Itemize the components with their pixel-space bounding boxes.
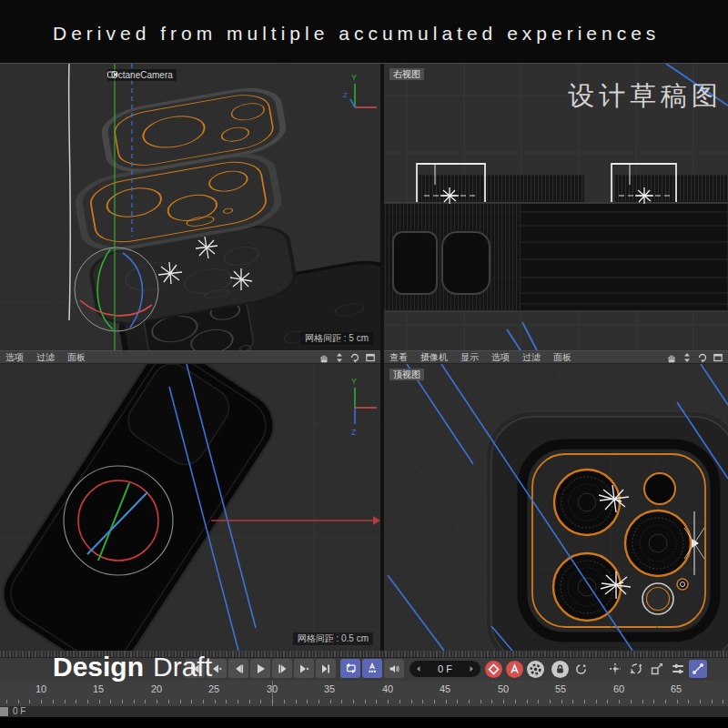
previous-key-button[interactable] xyxy=(207,659,227,678)
zoom-view-icon[interactable] xyxy=(681,351,693,363)
microphone-hole xyxy=(677,579,688,590)
menu-item[interactable]: 过滤 xyxy=(36,351,55,364)
camera-icon xyxy=(107,69,118,80)
point-level-animation-button[interactable] xyxy=(689,660,707,678)
viewport-name-badge: 顶视图 xyxy=(389,369,424,380)
ruler-number: 40 xyxy=(382,683,393,694)
camera-module xyxy=(522,444,715,637)
watermark-text: 设计草稿图 xyxy=(568,78,723,115)
ruler-number: 60 xyxy=(613,683,624,694)
top-view-canvas xyxy=(384,364,728,651)
frame-marker xyxy=(272,681,273,706)
next-key-button[interactable] xyxy=(294,659,314,678)
current-frame-value: 0 F xyxy=(438,663,452,674)
camera-lens xyxy=(625,511,691,576)
ruler-number: 65 xyxy=(671,683,682,694)
rotate-view-icon[interactable] xyxy=(696,351,708,363)
record-keyframe-button[interactable] xyxy=(485,661,502,678)
menu-item[interactable]: 选项 xyxy=(491,351,510,364)
viewport-name-badge: 右视图 xyxy=(389,68,424,80)
phone-body xyxy=(0,364,286,651)
playhead-frame-label: 0 F xyxy=(13,706,25,717)
menu-item[interactable]: 面板 xyxy=(553,351,571,364)
ruler-number: 35 xyxy=(324,683,335,694)
frame-decrement-icon[interactable] xyxy=(415,665,422,672)
record-position-button[interactable] xyxy=(551,661,569,678)
axis-gizmo: Y X Z xyxy=(351,377,380,437)
pan-view-icon[interactable] xyxy=(665,351,677,363)
ruler-number: 50 xyxy=(498,683,509,694)
viewport-front[interactable]: Y X Z 网格间距 : 0.5 cm xyxy=(0,364,380,651)
lidar-sensor xyxy=(642,583,673,614)
pan-view-icon[interactable] xyxy=(318,351,329,363)
app-window: Derived from multiple accumulated experi… xyxy=(0,0,728,728)
banner-title: Derived from multiple accumulated experi… xyxy=(53,23,660,45)
rotation-gizmo[interactable] xyxy=(75,248,158,331)
grid-spacing-label: 网格间距 : 5 cm xyxy=(300,332,373,345)
menu-item[interactable]: 选项 xyxy=(5,351,24,364)
go-to-start-button[interactable] xyxy=(185,659,205,678)
menu-item[interactable]: 摄像机 xyxy=(420,351,448,364)
viewport-perspective[interactable]: Y X Z OctaneCamera 网格间距 : 5 cm xyxy=(0,64,380,350)
camera-label-text: OctaneCamera xyxy=(111,69,173,81)
camera-lens xyxy=(554,470,620,535)
menu-item[interactable]: 面板 xyxy=(67,351,86,364)
timeline-minor-ticks[interactable] xyxy=(0,651,728,657)
axis-gizmo: Y X Z xyxy=(343,73,380,113)
front-canvas: Y X Z xyxy=(0,364,380,651)
ruler-number: 25 xyxy=(208,683,219,694)
viewport-menubar-right: 查看 摄像机 显示 选项 过滤 面板 xyxy=(384,350,728,364)
camera-lens xyxy=(553,553,621,621)
grid-spacing-label: 网格间距 : 0.5 cm xyxy=(293,632,373,645)
ruler-number: 15 xyxy=(93,683,104,694)
x-axis-arrow[interactable] xyxy=(211,516,380,525)
ruler-number: 20 xyxy=(151,683,162,694)
viewport-divider xyxy=(380,64,384,651)
viewport-right-view[interactable]: 右视图 设计草稿图 xyxy=(384,64,728,350)
maximize-view-icon[interactable] xyxy=(712,351,723,363)
playhead-row[interactable]: 0 F xyxy=(0,706,728,717)
rotate-view-icon[interactable] xyxy=(349,351,360,363)
ruler-number: 10 xyxy=(35,683,46,694)
bottom-strip xyxy=(0,717,728,728)
go-to-end-button[interactable] xyxy=(316,659,336,678)
scale-filter-button[interactable] xyxy=(648,660,666,678)
perspective-canvas: Y X Z xyxy=(0,64,380,350)
axis-y-label: Y xyxy=(351,73,357,82)
autokeying-button[interactable] xyxy=(506,661,523,678)
menu-item[interactable]: 查看 xyxy=(389,351,408,364)
timeline-ruler[interactable]: 10 15 20 25 30 35 40 45 50 55 60 65 xyxy=(0,681,728,697)
zoom-view-icon[interactable] xyxy=(333,351,345,363)
autokey-mode-toggle[interactable] xyxy=(362,659,382,678)
ruler-number: 45 xyxy=(440,683,450,694)
camera-protector-frame-upper xyxy=(101,84,286,177)
sound-toggle[interactable] xyxy=(384,659,404,678)
axis-z-label: Z xyxy=(351,428,357,437)
next-frame-button[interactable] xyxy=(272,659,292,678)
record-rotation-button[interactable] xyxy=(572,661,590,678)
rotation-filter-button[interactable] xyxy=(627,660,645,678)
camera-label[interactable]: OctaneCamera xyxy=(107,69,177,81)
flash xyxy=(644,473,675,504)
axis-y-label: Y xyxy=(351,377,357,386)
play-button[interactable] xyxy=(250,659,270,678)
loop-playback-toggle[interactable] xyxy=(340,659,360,678)
maximize-view-icon[interactable] xyxy=(364,351,376,363)
playhead-handle[interactable] xyxy=(0,707,8,716)
viewport-menubar-left: 选项 过滤 面板 xyxy=(0,350,380,364)
timeline-ruler-ticks[interactable] xyxy=(0,697,728,706)
ruler-number: 55 xyxy=(555,683,566,694)
previous-frame-button[interactable] xyxy=(228,659,248,678)
viewport-top-view[interactable]: 顶视图 xyxy=(384,364,728,651)
menu-item[interactable]: 显示 xyxy=(460,351,479,364)
axis-z-label: Z xyxy=(343,91,348,99)
frame-increment-icon[interactable] xyxy=(468,665,475,672)
position-filter-button[interactable] xyxy=(606,660,624,678)
parameter-filter-button[interactable] xyxy=(669,660,687,678)
menu-item[interactable]: 过滤 xyxy=(522,351,541,364)
keyframe-selection-button[interactable] xyxy=(527,661,544,678)
top-banner: Derived from multiple accumulated experi… xyxy=(0,0,728,64)
